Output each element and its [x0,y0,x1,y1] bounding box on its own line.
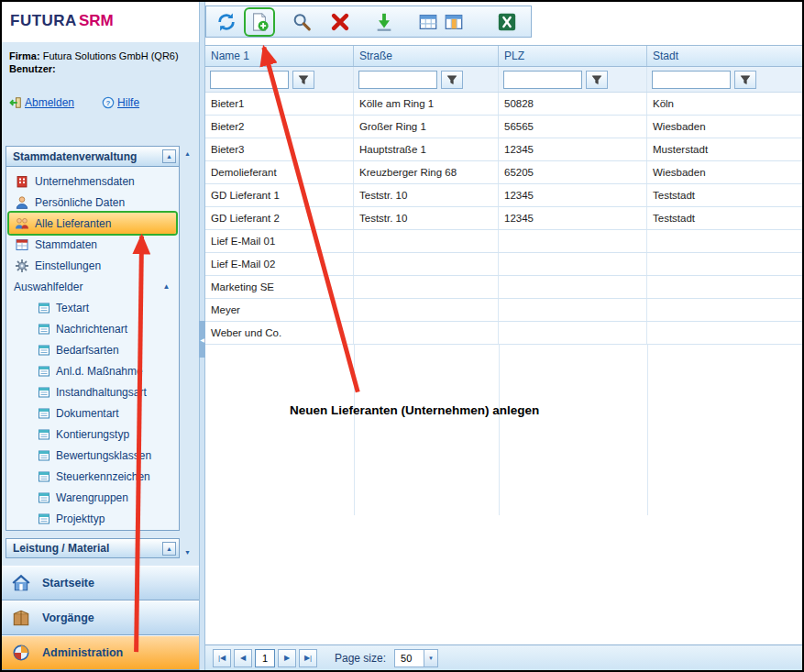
sidebar-item-label: Persönliche Daten [35,196,125,209]
filter-button-name-1[interactable] [292,71,314,89]
sidebar-item-instandhaltungsart[interactable]: Instandhaltungsart [6,381,179,402]
table-cell: 12345 [499,184,647,206]
table-row[interactable]: Marketing SE [205,276,802,299]
sidebar-item-label: Dokumentart [56,407,119,420]
chevron-up-icon[interactable]: ▲ [160,280,173,293]
table-row[interactable]: Weber und Co. [205,322,802,345]
sidebar-item-label: Steuerkennzeichen [56,470,150,483]
sidebar-item-kontierungstyp[interactable]: Kontierungstyp [6,424,179,445]
table-row[interactable]: Meyer [205,299,802,322]
table-cell: Köln [647,93,802,115]
sidebar-item-alle-lieferanten[interactable]: Alle Lieferanten [9,213,176,234]
bottom-nav-label: Administration [42,646,123,659]
sidebar-item-nachrichtenart[interactable]: Nachrichtenart [6,318,179,339]
layout-button[interactable] [440,9,468,35]
sidebar-item-bewertungsklassen[interactable]: Bewertungsklassen [6,445,179,466]
column-header-strasse[interactable]: Straße [354,46,499,66]
filter-button-stadt[interactable] [734,71,756,89]
bottom-accordion: StartseiteVorgängeAdministration [2,566,199,670]
bottom-nav-administration[interactable]: Administration [2,635,199,670]
sidebar-item-unternehmensdaten[interactable]: Unternehmensdaten [6,171,179,192]
bottom-nav-vorgaenge[interactable]: Vorgänge [2,600,199,635]
scroll-up-icon[interactable]: ▲ [182,148,193,160]
filter-button-strasse[interactable] [441,71,463,89]
selection-field-icon [38,428,50,441]
sidebar-item-label: Einstellungen [35,259,101,272]
filter-input-name-1[interactable] [210,71,289,89]
column-header-stadt[interactable]: Stadt [647,46,802,66]
sidebar-item-persoenliche-daten[interactable]: Persönliche Daten [6,192,179,213]
sidebar-splitter[interactable]: ◀ [199,2,205,670]
leistung-panel-header[interactable]: Leistung / Material ▲ [6,538,180,558]
processes-icon [11,608,31,628]
table-cell [647,230,802,252]
table-row[interactable]: GD Lieferant 1Teststr. 1012345Teststadt [205,184,802,207]
current-page-button[interactable]: 1 [255,649,275,667]
filter-button-plz[interactable] [586,71,608,89]
grid-empty-area [205,345,802,515]
import-button[interactable] [370,9,398,35]
table-row[interactable]: Lief E-Mail 02 [205,253,802,276]
stammdaten-panel-header[interactable]: Stammdatenverwaltung ▲ [6,147,179,167]
table-cell [499,253,647,275]
scroll-down-icon[interactable]: ▼ [182,546,193,558]
sidebar-item-bedarfsarten[interactable]: Bedarfsarten [6,339,179,360]
first-page-button[interactable]: |◀ [213,649,231,667]
table-cell [499,299,647,321]
logo-srm-text: SRM [79,12,114,29]
filter-input-plz[interactable] [503,71,582,89]
chevron-up-icon[interactable]: ▲ [162,542,176,556]
sidebar-item-stammdaten[interactable]: Stammdaten [6,234,179,255]
table-row[interactable]: Bieter2Großer Ring 156565Wiesbaden [205,116,802,138]
sidebar-item-einstellungen[interactable]: Einstellungen [6,255,179,276]
sidebar-item-label: Alle Lieferanten [35,217,111,230]
collapse-sidebar-handle[interactable]: ◀ [199,321,205,358]
auswahlfelder-group-header[interactable]: Auswahlfelder ▲ [6,276,179,297]
sidebar-item-dokumentart[interactable]: Dokumentart [6,402,179,424]
table-row[interactable]: Bieter3Hauptstraße 112345Musterstadt [205,138,802,161]
filter-input-strasse[interactable] [358,71,437,89]
table-row[interactable]: Bieter1Kölle am Ring 150828Köln [205,93,802,116]
last-page-button[interactable]: ▶| [299,649,317,667]
masterdata-icon [15,237,29,252]
column-chooser-button[interactable] [414,9,442,35]
table-cell: Großer Ring 1 [354,116,499,138]
next-page-button[interactable]: ▶ [278,649,296,667]
table-row[interactable]: Lief E-Mail 01 [205,230,802,253]
sidebar-item-label: Warengruppen [56,491,128,504]
abmelden-link[interactable]: Abmelden [9,96,74,109]
sidebar-item-projekttyp[interactable]: Projekttyp [6,508,179,529]
sidebar-item-textart[interactable]: Textart [6,297,179,318]
sidebar-item-label: Textart [56,302,89,314]
refresh-icon [216,12,237,32]
filter-input-stadt[interactable] [652,71,731,89]
sidebar-item-warengruppen[interactable]: Warengruppen [6,487,179,508]
prev-page-button[interactable]: ◀ [234,649,252,667]
table-cell [499,322,647,344]
sidebar-item-anl-d-massnahme[interactable]: Anl.d. Maßnahme [6,360,179,381]
excel-export-button[interactable] [493,9,521,35]
column-header-plz[interactable]: PLZ [499,46,647,66]
page-size-select[interactable]: 50 ▼ [394,649,438,667]
table-cell [647,322,802,344]
import-icon [374,12,394,32]
selection-field-icon [38,323,50,336]
new-supplier-button[interactable] [246,9,273,35]
chevron-up-icon[interactable]: ▲ [162,149,176,163]
table-cell: Bieter3 [205,138,354,160]
table-cell: Lief E-Mail 01 [205,230,354,252]
hilfe-link[interactable]: ?Hilfe [102,96,139,109]
table-cell [647,299,802,321]
table-row[interactable]: GD Lieferant 2Teststr. 1012345Teststadt [205,207,802,230]
refresh-button[interactable] [213,9,240,35]
bottom-nav-startseite[interactable]: Startseite [2,566,199,600]
table-cell: GD Lieferant 1 [205,184,354,206]
search-button[interactable] [288,9,315,35]
column-header-name-1[interactable]: Name 1 [205,46,354,66]
administration-icon [11,643,31,663]
delete-button[interactable] [326,9,354,35]
table-row[interactable]: DemolieferantKreuzberger Ring 6865205Wie… [205,161,802,184]
sidebar-scrollbar[interactable]: ▲ ▼ [182,146,193,560]
sidebar-item-steuerkennzeichen[interactable]: Steuerkennzeichen [6,466,179,487]
sidebar-item-label: Projekttyp [56,512,105,525]
